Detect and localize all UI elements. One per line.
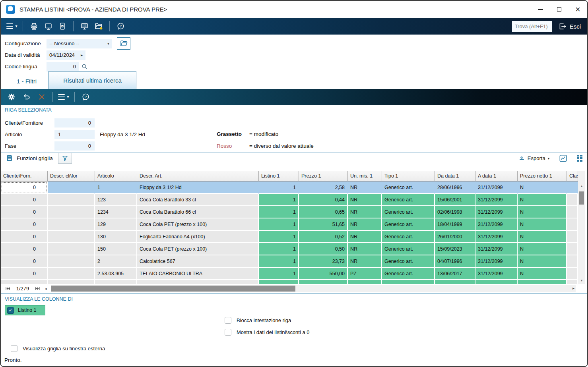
column-header[interactable]: Articolo [95,171,137,182]
grid-cell[interactable]: N [518,255,567,268]
print-preview-button[interactable] [41,20,55,33]
grid-cell[interactable] [48,255,95,268]
grid-cell[interactable]: Generico art. [382,194,435,206]
column-header[interactable]: Prezzo 1 [299,171,348,182]
grid-cell[interactable] [567,255,578,268]
grid-cell[interactable]: N [518,206,567,218]
grid-cell[interactable]: 550,00 [299,268,348,280]
grid-cell[interactable] [48,194,95,206]
chevron-down-icon[interactable]: ▾ [107,41,109,46]
grid-cell[interactable]: N [518,218,567,231]
main-menu-button[interactable]: ▾ [5,20,19,33]
grid-cell[interactable]: Coca Cola Barattolo 33 cl [137,194,259,206]
grid-cell[interactable]: 0,50 [299,243,348,255]
grid-cell[interactable]: 31/12/2099 [475,194,518,206]
checked-checkbox-icon[interactable]: ✓ [7,307,14,314]
grid-cell[interactable] [48,243,95,255]
print-button[interactable] [27,20,41,33]
grid-cell[interactable]: 02/06/1998 [435,206,475,218]
articolo-field[interactable]: 1 [54,130,95,139]
grid-cell[interactable]: 0 [1,231,48,243]
data-validita-field[interactable]: 04/11/2024 ▸ [47,50,85,60]
video-terminal-button[interactable] [77,20,91,33]
grid-cell[interactable] [48,268,95,280]
grid-cell[interactable]: 31/12/2099 [475,243,518,255]
grid-cell[interactable]: 31/12/2099 [475,218,518,231]
grid-cell[interactable]: 31/12/2099 [475,206,518,218]
fase-field[interactable]: 0 [54,141,95,151]
grid-cell[interactable]: 1 [259,255,299,268]
grid-cell[interactable] [48,231,95,243]
scroll-down-icon[interactable]: ▾ [578,278,585,282]
horizontal-scroll-thumb[interactable] [51,286,295,292]
unchecked-checkbox-icon[interactable] [225,329,231,336]
grid-cell[interactable]: 51,65 [299,218,348,231]
table-row[interactable]: 0123Coca Cola Barattolo 33 cl10,44NRGene… [1,194,578,206]
grid-cell[interactable]: 0 [1,206,48,218]
grid-cell[interactable]: PZ [348,268,382,280]
column-header[interactable]: A data 1 [475,171,518,182]
filter-button[interactable] [58,153,72,164]
grid-cell[interactable]: N [518,231,567,243]
grid-cell[interactable]: Coca Cola PET (prezzo x 100) [137,218,259,231]
grid-cell[interactable]: Floppy da 3 1/2 Hd [137,182,259,194]
grid-cell[interactable] [435,280,475,284]
exit-button[interactable]: Esci [558,22,581,31]
column-header[interactable]: Descr. Art. [137,171,259,182]
grid-cell[interactable] [567,206,578,218]
word-export-button[interactable]: w [55,20,70,33]
unchecked-checkbox-icon[interactable] [225,317,231,324]
grid-cell[interactable] [48,182,95,194]
load-configuration-button[interactable] [117,37,130,50]
grid-cell[interactable]: Generico art. [382,182,435,194]
grid-cell[interactable]: 1 [259,182,299,194]
blocca-intestazione-option[interactable]: Blocca intestazione riga [225,317,291,324]
grid-cell[interactable]: NR [348,218,382,231]
table-row[interactable]: 0129Coca Cola PET (prezzo x 100)151,65NR… [1,218,578,231]
column-header[interactable]: Listino 1 [259,171,299,182]
grid-cell[interactable]: Generico art. [382,255,435,268]
grid-cell[interactable]: NR [348,182,382,194]
grid-cell[interactable]: 1 [259,218,299,231]
grid-cell[interactable]: 1234 [95,206,137,218]
column-header[interactable]: Tipo 1 [382,171,435,182]
grid-cell[interactable]: 26/01/2000 [435,231,475,243]
grid-cell[interactable]: Generico art. [382,218,435,231]
grid-cell[interactable] [95,280,137,284]
grid-cell[interactable]: NR [348,255,382,268]
vertical-scrollbar[interactable]: ▴ ▾ [578,171,585,284]
grid-cell[interactable] [48,280,95,284]
esporta-button[interactable]: Esporta ▾ [518,155,549,162]
open-folder-button[interactable] [91,20,106,33]
listino-1-toggle[interactable]: ✓ Listino 1 [5,305,45,315]
column-header[interactable]: Cliente\Forn. [1,171,48,182]
grid-cell[interactable] [137,280,259,284]
grid-cell[interactable]: Calcolatrice 567 [137,255,259,268]
tab-risultati-ultima-ricerca[interactable]: Risultati ultima ricerca [49,71,136,89]
scroll-up-icon[interactable]: ▴ [578,184,585,188]
grid-cell[interactable]: NR [348,231,382,243]
tab-filtri[interactable]: 1 - Filtri [5,73,49,89]
grid-cell[interactable]: 150 [95,243,137,255]
grid-cell[interactable]: 28/06/1996 [435,182,475,194]
last-page-button[interactable] [33,286,42,291]
grid-cell[interactable]: 1 [259,194,299,206]
grid-cell[interactable]: 0,65 [299,206,348,218]
grid-cell[interactable]: 0 [1,255,48,268]
table-row[interactable]: 0130Foglicarta Fabriano A4 (x100)10,52NR… [1,231,578,243]
grid-cell[interactable]: 0,44 [299,194,348,206]
delete-row-button[interactable] [34,91,49,103]
grid-cell[interactable]: 18/04/1999 [435,218,475,231]
grid-cell[interactable]: N [518,182,567,194]
grid-cell[interactable] [48,206,95,218]
column-header[interactable]: Descr. cli\for [48,171,95,182]
grid-cell[interactable]: NR [348,194,382,206]
grid-cell[interactable]: Foglicarta Fabriano A4 (x100) [137,231,259,243]
settings-button[interactable] [4,91,19,103]
table-row[interactable] [1,280,578,284]
grid-cell[interactable]: N [518,194,567,206]
grid-cell[interactable] [348,280,382,284]
grid-view-button[interactable] [577,155,582,162]
first-page-button[interactable] [3,286,13,291]
grid-cell[interactable]: 0 [1,194,48,206]
